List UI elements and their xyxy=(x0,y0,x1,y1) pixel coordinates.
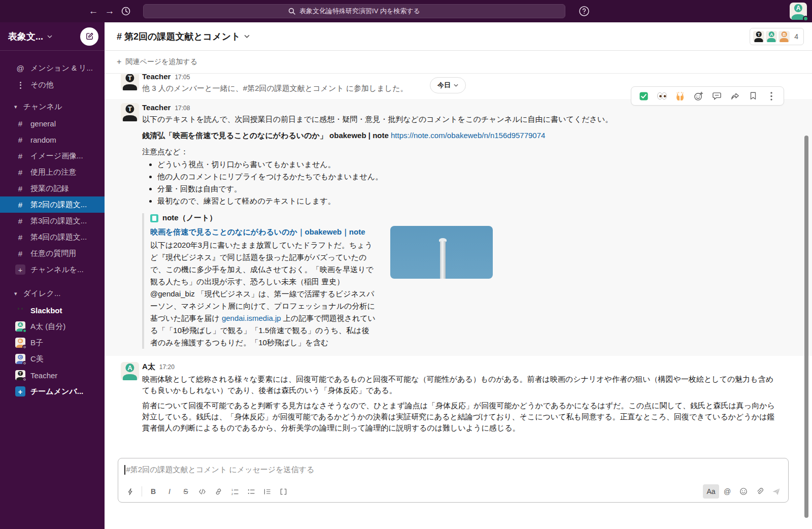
avatar[interactable]: T xyxy=(121,74,139,90)
avatar[interactable]: A xyxy=(121,362,139,380)
sidebar: 表象文... @ メンション & リ... その他 ▾ チャンネル #gener xyxy=(0,22,105,529)
hash-icon: # xyxy=(15,152,25,160)
mention-button[interactable]: @ xyxy=(719,484,735,499)
reference-title: 銭清弘「映画を倍速で見ることのなにがわるいのか」 obakeweb | note xyxy=(142,131,389,140)
toolbar-divider xyxy=(142,486,142,497)
bullet-item: 分量・回数は自由です。 xyxy=(157,183,777,195)
reaction-eyes-emoji[interactable] xyxy=(653,88,671,104)
bullet-item: 最初なので、練習として軽めのテキストにします。 xyxy=(157,195,777,207)
shortcuts-lightning-button[interactable] xyxy=(122,484,139,499)
sidebar-channel-session4[interactable]: #第4回の課題文... xyxy=(0,229,105,245)
preview-thumbnail-image[interactable] xyxy=(390,226,493,279)
at-icon: @ xyxy=(15,64,25,73)
caret-down-icon: ▾ xyxy=(14,290,17,297)
scrollbar-thumb[interactable] xyxy=(804,136,808,518)
add-reaction-button[interactable] xyxy=(689,88,707,104)
sidebar-dm-teacher[interactable]: T Teacher xyxy=(0,367,105,383)
channel-tab-bar: + 関連ページを追加する xyxy=(105,51,812,74)
member-avatar: B xyxy=(779,31,790,42)
add-page-button[interactable]: + 関連ページを追加する xyxy=(117,57,197,67)
preview-description: 以下は2020年3月に書いたまま放置していたドラフトだ。ちょうど『現代ビジネス』… xyxy=(150,239,376,349)
chevron-down-icon xyxy=(454,84,458,87)
search-text: 表象文化論特殊研究演習IV 内を検索する xyxy=(299,7,420,16)
new-message-button[interactable] xyxy=(80,27,98,46)
hash-icon: # xyxy=(15,233,25,242)
user-avatar[interactable]: A xyxy=(790,3,807,20)
channel-members-button[interactable]: T A B 4 xyxy=(750,28,804,45)
hash-icon: # xyxy=(15,249,25,258)
share-message-button[interactable] xyxy=(726,88,744,104)
sidebar-item-more[interactable]: その他 xyxy=(0,77,105,93)
history-back-button[interactable]: ← xyxy=(85,3,101,19)
bookmark-message-button[interactable] xyxy=(744,88,762,104)
channels-section-header[interactable]: ▾ チャンネル xyxy=(0,98,105,115)
strikethrough-button[interactable]: S xyxy=(178,484,194,499)
ordered-list-button[interactable]: 12 xyxy=(226,484,243,499)
composer-toolbar: B I S 12 xyxy=(118,481,788,502)
gendai-inline-link[interactable]: gendai.ismedia.jp xyxy=(222,314,281,322)
sidebar-channel-usage-notes[interactable]: #使用上の注意 xyxy=(0,164,105,180)
dms-section-header[interactable]: ▾ ダイレク... xyxy=(0,285,105,302)
italic-button[interactable]: I xyxy=(161,484,178,499)
bold-button[interactable]: B xyxy=(145,484,161,499)
sidebar-dm-cmi[interactable]: C C美 xyxy=(0,351,105,367)
reaction-raised-hands-emoji[interactable] xyxy=(671,88,689,104)
sidebar-channel-session2-selected[interactable]: #第2回の課題文... xyxy=(0,196,105,213)
sidebar-dm-self[interactable]: A A太 (自分) xyxy=(0,318,105,335)
date-divider-pill[interactable]: 今日 xyxy=(430,77,466,93)
sidebar-item-mentions[interactable]: @ メンション & リ... xyxy=(0,60,105,77)
hash-icon: # xyxy=(15,136,25,144)
message-input[interactable]: #第2回の課題文献とコメント にメッセージを送信する xyxy=(118,458,788,481)
formatting-toggle-button[interactable]: Aa xyxy=(703,484,719,499)
bulleted-list-button[interactable] xyxy=(243,484,259,499)
sidebar-channel-session3[interactable]: #第3回の課題文... xyxy=(0,213,105,229)
message-author[interactable]: A太 xyxy=(142,362,155,372)
code-block-button[interactable] xyxy=(275,484,291,499)
help-button[interactable] xyxy=(577,4,592,19)
preview-title-link[interactable]: 映画を倍速で見ることのなにがわるいのか｜obakeweb｜note xyxy=(150,226,368,238)
plus-icon: + xyxy=(117,57,121,67)
reaction-white-check-mark-emoji[interactable] xyxy=(634,88,653,104)
message-timestamp[interactable]: 17:05 xyxy=(175,74,190,81)
dm-label: C美 xyxy=(30,354,44,364)
message-timestamp[interactable]: 17:08 xyxy=(175,105,190,112)
dm-label: Slackbot xyxy=(30,306,62,315)
more-actions-button[interactable] xyxy=(762,88,781,104)
emoji-button[interactable] xyxy=(735,484,752,499)
text-cursor xyxy=(124,465,125,475)
send-button[interactable] xyxy=(768,484,784,499)
message-author[interactable]: Teacher xyxy=(142,103,171,112)
history-icon[interactable] xyxy=(118,3,134,19)
channel-title-text: # 第2回の課題文献とコメント xyxy=(117,30,241,43)
inline-code-button[interactable] xyxy=(194,484,210,499)
link-button[interactable] xyxy=(210,484,226,499)
sidebar-channel-class-records[interactable]: #授業の記録 xyxy=(0,180,105,196)
channel-label: random xyxy=(30,136,56,144)
blockquote-button[interactable] xyxy=(259,484,275,499)
message-author[interactable]: Teacher xyxy=(142,74,171,81)
history-forward-button[interactable]: → xyxy=(101,3,118,19)
reply-in-thread-button[interactable] xyxy=(707,88,726,104)
avatar[interactable]: T xyxy=(121,103,139,121)
workspace-switcher[interactable]: 表象文... xyxy=(0,22,105,51)
message-timestamp[interactable]: 17:20 xyxy=(159,363,175,371)
note-url-link[interactable]: https://note.com/obakeweb/n/n156d9577907… xyxy=(391,131,545,140)
plus-icon: + xyxy=(15,264,25,275)
workspace-name: 表象文... xyxy=(8,30,43,43)
avatar-initial: A xyxy=(794,4,802,12)
composer-placeholder: #第2回の課題文献とコメント にメッセージを送信する xyxy=(126,465,315,475)
channel-label: 授業の記録 xyxy=(30,184,69,193)
sidebar-dm-bko[interactable]: B B子 xyxy=(0,335,105,351)
channel-title[interactable]: # 第2回の課題文献とコメント xyxy=(117,30,250,43)
sidebar-invite-teammates[interactable]: + チームメンバ... xyxy=(0,383,105,400)
sidebar-channel-general[interactable]: #general xyxy=(0,115,105,131)
sidebar-channel-random[interactable]: #random xyxy=(0,131,105,148)
slack-app-window: ← → 表象文化論特殊研究演習IV 内を検索する A 表象文... xyxy=(0,0,812,529)
sidebar-add-channel[interactable]: +チャンネルを... xyxy=(0,261,105,278)
sidebar-channel-questions[interactable]: #任意の質問用 xyxy=(0,245,105,261)
search-bar[interactable]: 表象文化論特殊研究演習IV 内を検索する xyxy=(143,4,565,18)
attach-file-button[interactable] xyxy=(752,484,768,499)
message-text: 前者について回復不可能であると判断する見方はなさそうなので、ひとまず論点は「身体… xyxy=(142,400,777,434)
sidebar-channel-image[interactable]: #イメージ画像... xyxy=(0,148,105,164)
sidebar-dm-slackbot[interactable]: Slackbot xyxy=(0,302,105,318)
